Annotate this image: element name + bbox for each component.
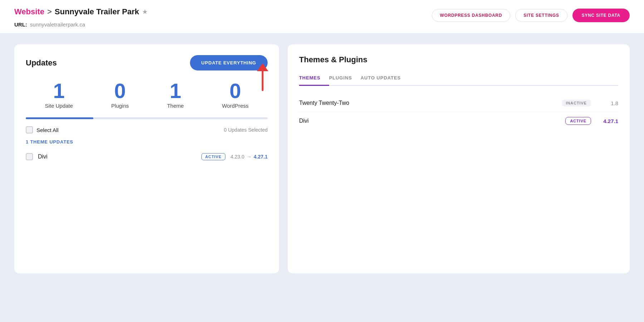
select-all-checkbox[interactable] [26,126,33,133]
progress-bar [26,117,268,119]
tab-plugins[interactable]: PLUGINS [329,72,361,86]
breadcrumb: Website > Sunnyvale Trailer Park ★ [14,7,148,16]
themes-plugins-panel: Themes & Plugins THEMES PLUGINS AUTO UPD… [288,44,630,273]
stat-plugins-number: 0 [114,80,126,101]
wordpress-dashboard-button[interactable]: WORDPRESS DASHBOARD [432,9,511,22]
theme-updates-label: 1 THEME UPDATES [26,139,268,145]
theme-row-twentytwentytwo: Twenty Twenty-Two INACTIVE 1.8 [299,94,618,112]
site-settings-button[interactable]: SITE SETTINGS [515,9,567,22]
divi-version-from: 4.23.0 [230,154,244,160]
divi-version-purple: 4.27.1 [597,118,618,124]
stat-plugins-label: Plugins [111,103,129,109]
header-right: WORDPRESS DASHBOARD SITE SETTINGS SYNC S… [432,9,630,22]
progress-bar-fill [26,117,93,119]
twentytwentytwo-version: 1.8 [597,100,618,106]
stat-site-update-number: 1 [53,80,65,101]
header-left: Website > Sunnyvale Trailer Park ★ URL: … [14,7,148,28]
breadcrumb-website-link[interactable]: Website [14,7,44,16]
main-content: Updates UPDATE EVERYTHING 1 Site Update … [0,34,644,284]
stats-row: 1 Site Update 0 Plugins 1 Theme 0 WordPr… [26,80,268,109]
url-row: URL: sunnyvaletrailerpark.ca [14,21,148,28]
version-arrow: → [247,154,252,160]
svg-marker-1 [257,63,268,71]
tab-auto-updates[interactable]: AUTO UPDATES [361,72,409,86]
twentytwentytwo-inactive-badge: INACTIVE [562,99,591,107]
divi-version-info: 4.23.0 → 4.27.1 [230,154,268,160]
divi-active-badge-purple: ACTIVE [565,117,591,125]
favorite-star-icon[interactable]: ★ [142,8,148,16]
theme-name-divi: Divi [299,118,560,124]
divi-update-checkbox[interactable] [26,153,33,160]
updates-title: Updates [26,58,57,68]
update-item-divi: Divi ACTIVE 4.23.0 → 4.27.1 [26,150,268,164]
themes-plugins-title: Themes & Plugins [299,55,618,64]
stat-wordpress-number: 0 [229,80,241,101]
url-label: URL: [14,21,27,28]
url-value: sunnyvaletrailerpark.ca [30,21,85,28]
red-arrow-annotation [252,63,273,93]
sync-site-data-button[interactable]: SYNC SITE DATA [572,9,630,22]
stat-theme-number: 1 [170,80,181,101]
update-everything-wrapper: UPDATE EVERYTHING [190,55,268,70]
breadcrumb-site-name: Sunnyvale Trailer Park [55,7,139,16]
divi-update-name: Divi [38,153,196,160]
tabs-row: THEMES PLUGINS AUTO UPDATES [299,72,618,86]
tab-themes[interactable]: THEMES [299,72,329,86]
stat-site-update: 1 Site Update [45,80,73,109]
stat-theme-label: Theme [167,103,184,109]
select-all-row: Select All 0 Updates Selected [26,126,268,133]
stat-theme: 1 Theme [167,80,184,109]
theme-name-twentytwentytwo: Twenty Twenty-Two [299,100,556,106]
updates-selected-count: 0 Updates Selected [224,127,268,133]
breadcrumb-separator: > [47,7,52,16]
updates-panel-header: Updates UPDATE EVERYTHING [26,55,268,70]
select-all-label: Select All [36,127,59,133]
select-all-left: Select All [26,126,59,133]
divi-active-badge: ACTIVE [201,153,226,160]
stat-plugins: 0 Plugins [111,80,129,109]
updates-panel: Updates UPDATE EVERYTHING 1 Site Update … [14,44,279,273]
header: Website > Sunnyvale Trailer Park ★ URL: … [0,0,644,34]
stat-site-update-label: Site Update [45,103,73,109]
stat-wordpress-label: WordPress [222,103,249,109]
divi-version-to: 4.27.1 [254,154,268,160]
stat-wordpress: 0 WordPress [222,80,249,109]
theme-row-divi: Divi ACTIVE 4.27.1 [299,112,618,130]
